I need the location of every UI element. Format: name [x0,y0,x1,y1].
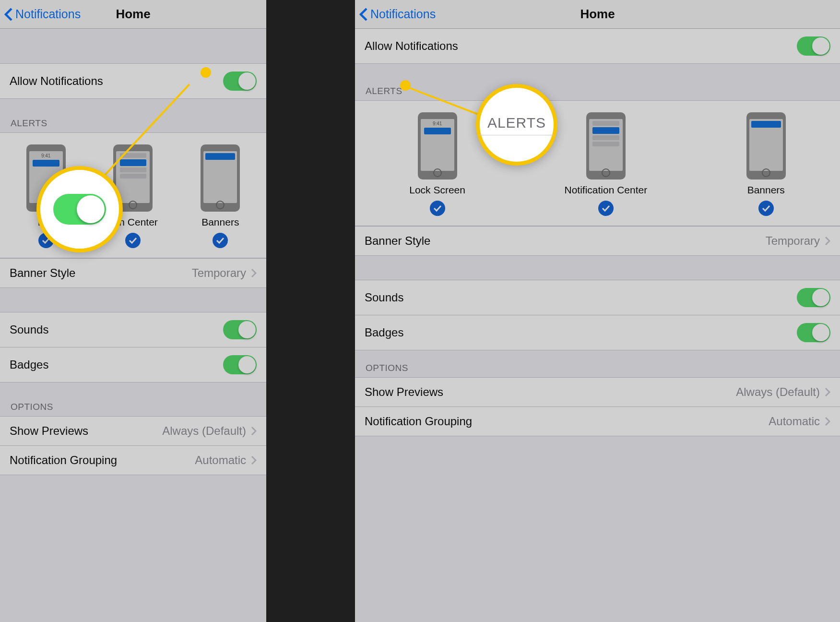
sounds-label: Sounds [365,291,403,304]
allow-notifications-row[interactable]: Allow Notifications [0,63,266,99]
banner-style-value: Temporary [766,234,820,248]
alert-lockscreen[interactable]: 9:41 Loc [26,144,66,248]
allow-notifications-row[interactable]: Allow Notifications [355,29,840,64]
chevron-right-icon [825,387,830,397]
options-header: OPTIONS [0,383,266,416]
check-icon [758,201,774,216]
grouping-value: Automatic [769,415,820,428]
show-previews-value: Always (Default) [736,385,820,399]
check-icon [213,233,228,248]
chevron-right-icon [251,455,257,465]
alert-banners[interactable]: Banners [746,112,786,216]
allow-toggle[interactable] [797,36,830,56]
badges-row[interactable]: Badges [355,315,840,350]
options-header: OPTIONS [355,350,840,377]
badges-row[interactable]: Badges [0,347,266,383]
alert-banners[interactable]: Banners [201,144,240,248]
grouping-label: Notification Grouping [10,454,117,467]
sounds-label: Sounds [10,323,48,336]
banner-style-row[interactable]: Banner Style Temporary [355,226,840,256]
right-screenshot: Notifications Home Allow Notifications A… [355,0,840,622]
alert-notification-center[interactable]: tion Center [108,144,158,248]
chevron-left-icon [4,7,13,22]
show-previews-label: Show Previews [10,424,88,438]
navbar: Notifications Home [355,0,840,29]
alerts-header: ALERTS [0,99,266,132]
sounds-toggle[interactable] [223,320,257,339]
chevron-right-icon [251,426,257,436]
chevron-left-icon [359,7,368,22]
back-button[interactable]: Notifications [359,7,436,22]
alerts-header: ALERTS [355,64,840,100]
back-label: Notifications [15,7,81,21]
chevron-right-icon [825,417,830,426]
banner-style-label: Banner Style [365,234,430,248]
chevron-right-icon [251,268,257,278]
check-icon [598,201,614,216]
show-previews-label: Show Previews [365,385,443,399]
back-button[interactable]: Notifications [4,7,81,22]
back-label: Notifications [370,7,436,21]
badges-label: Badges [365,326,403,339]
sounds-toggle[interactable] [797,288,830,307]
phone-lockscreen-icon: 9:41 [26,144,66,212]
show-previews-row[interactable]: Show Previews Always (Default) [0,416,266,446]
notification-grouping-row[interactable]: Notification Grouping Automatic [355,407,840,436]
left-screenshot: Notifications Home Allow Notifications A… [0,0,266,622]
phone-center-icon [586,112,626,179]
badges-toggle[interactable] [797,323,830,342]
notification-grouping-row[interactable]: Notification Grouping Automatic [0,446,266,475]
alert-lockscreen[interactable]: 9:41 Lock Screen [409,112,465,216]
alert-notification-center[interactable]: Notification Center [564,112,647,216]
show-previews-row[interactable]: Show Previews Always (Default) [355,377,840,407]
alerts-row: 9:41 Loc tion Center [0,132,266,258]
phone-center-icon [113,144,153,212]
banner-style-value: Temporary [192,266,246,280]
navbar: Notifications Home [0,0,266,29]
grouping-label: Notification Grouping [365,415,472,428]
allow-toggle[interactable] [223,72,257,91]
phone-banner-icon [746,112,786,179]
allow-label: Allow Notifications [10,74,103,88]
page-title: Home [580,7,615,22]
badges-label: Badges [10,358,48,371]
banner-style-label: Banner Style [10,266,75,280]
badges-toggle[interactable] [223,355,257,374]
phone-lockscreen-icon: 9:41 [418,112,457,179]
show-previews-value: Always (Default) [162,424,246,438]
phone-banner-icon [201,144,240,212]
check-icon [125,233,141,248]
check-icon [430,201,445,216]
banner-style-row[interactable]: Banner Style Temporary [0,258,266,288]
sounds-row[interactable]: Sounds [0,312,266,347]
allow-label: Allow Notifications [365,39,458,53]
check-icon [38,233,54,248]
chevron-right-icon [825,236,830,246]
grouping-value: Automatic [195,454,246,467]
sounds-row[interactable]: Sounds [355,280,840,315]
alerts-row: 9:41 Lock Screen Notification Center [355,100,840,226]
page-title: Home [116,7,150,22]
